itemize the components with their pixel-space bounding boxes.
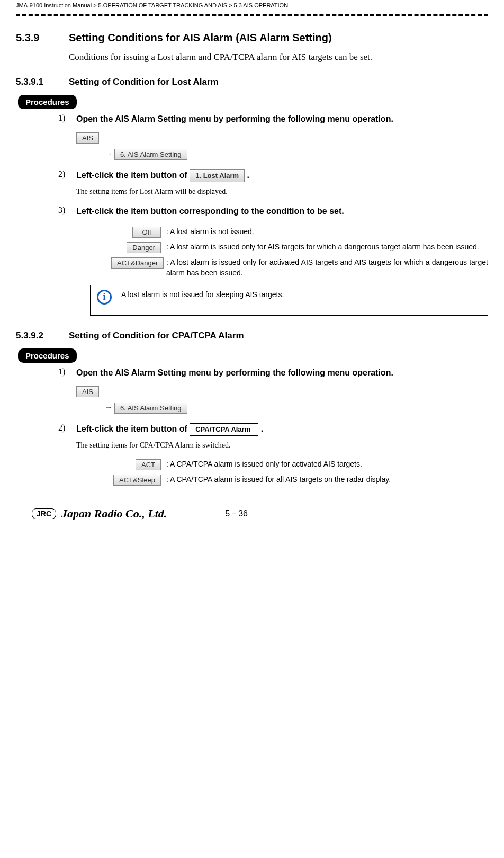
cpa-tcpa-alarm-button[interactable]: CPA/TCPA Alarm <box>190 423 258 436</box>
info-text: A lost alarm is not issued for sleeping … <box>121 290 284 300</box>
subsection-title-5392: Setting of Condition for CPA/TCPA Alarm <box>69 330 244 341</box>
dashed-divider <box>16 14 488 16</box>
step-num-1b: 1) <box>58 367 70 377</box>
step-title-1b: Open the AIS Alarm Setting menu by perfo… <box>76 367 488 379</box>
menu-ais-alarm-setting-button-2[interactable]: 6. AIS Alarm Setting <box>114 403 187 414</box>
menu-ais-alarm-setting-button[interactable]: 6. AIS Alarm Setting <box>114 149 187 160</box>
step2b-title-pre: Left-click the item button of <box>76 424 190 433</box>
step-title-3: Left-click the item button corresponding… <box>76 205 488 217</box>
subsection-number-5391: 5.3.9.1 <box>16 77 69 87</box>
step-num-1: 1) <box>58 113 70 123</box>
section-body-539: Conditions for issuing a Lost alarm and … <box>69 50 488 64</box>
option-row-actdanger: ACT&Danger : A lost alarm is issued only… <box>111 257 488 278</box>
lost-alarm-button[interactable]: 1. Lost Alarm <box>190 169 245 182</box>
option-row-actsleep: ACT&Sleep : A CPA/TCPA alarm is issued f… <box>111 475 488 486</box>
section-title-539: Setting Conditions for AIS Alarm (AIS Al… <box>69 32 332 44</box>
option-act-desc: : A CPA/TCPA alarm is issued only for ac… <box>166 459 488 470</box>
option-off-desc: : A lost alarm is not issued. <box>166 227 488 237</box>
jrc-logo: JRC <box>32 508 56 519</box>
subsection-number-5392: 5.3.9.2 <box>16 330 69 341</box>
procedures-badge: Procedures <box>18 95 77 109</box>
footer: JRC Japan Radio Co., Ltd. 5－36 <box>16 507 488 521</box>
section-number-539: 5.3.9 <box>16 32 69 44</box>
step-num-2b: 2) <box>58 423 70 433</box>
option-actdanger-button[interactable]: ACT&Danger <box>111 257 164 269</box>
option-actsleep-button[interactable]: ACT&Sleep <box>113 475 161 486</box>
company-name: Japan Radio Co., Ltd. <box>61 507 167 521</box>
procedures-badge-2: Procedures <box>18 348 77 363</box>
arrow: → <box>105 149 112 158</box>
menu-ais-button[interactable]: AIS <box>76 132 99 144</box>
step2-desc: The setting items for Lost Alarm will be… <box>76 187 488 196</box>
option-danger-desc: : A lost alarm is issued only for AIS ta… <box>166 242 488 253</box>
option-danger-button[interactable]: Danger <box>127 242 161 253</box>
info-box: i A lost alarm is not issued for sleepin… <box>90 285 488 316</box>
breadcrumb: JMA-9100 Instruction Manual > 5.OPERATIO… <box>16 0 488 11</box>
option-actsleep-desc: : A CPA/TCPA alarm is issued for all AIS… <box>166 475 488 485</box>
option-off-button[interactable]: Off <box>132 227 161 238</box>
step-num-2: 2) <box>58 169 70 179</box>
step2b-title-post: . <box>261 424 263 433</box>
subsection-title-5391: Setting of Condition for Lost Alarm <box>69 77 219 87</box>
step-title-1: Open the AIS Alarm Setting menu by perfo… <box>76 113 488 125</box>
option-row-danger: Danger : A lost alarm is issued only for… <box>111 242 488 253</box>
arrow-2: → <box>105 403 112 412</box>
info-icon: i <box>97 290 112 305</box>
option-row-act: ACT : A CPA/TCPA alarm is issued only fo… <box>111 459 488 470</box>
menu-ais-button-2[interactable]: AIS <box>76 386 99 397</box>
step-title-2b: Left-click the item button of CPA/TCPA A… <box>76 423 488 436</box>
page-number: 5－36 <box>225 508 248 520</box>
step-title-2: Left-click the item button of 1. Lost Al… <box>76 169 488 182</box>
option-actdanger-desc: : A lost alarm is issued only for activa… <box>166 257 488 278</box>
step2-title-post: . <box>247 171 249 180</box>
option-row-off: Off : A lost alarm is not issued. <box>111 227 488 238</box>
option-act-button[interactable]: ACT <box>136 459 161 470</box>
step2-title-pre: Left-click the item button of <box>76 171 190 180</box>
step2b-desc: The setting items for CPA/TCPA Alarm is … <box>76 441 488 450</box>
step-num-3: 3) <box>58 205 70 215</box>
